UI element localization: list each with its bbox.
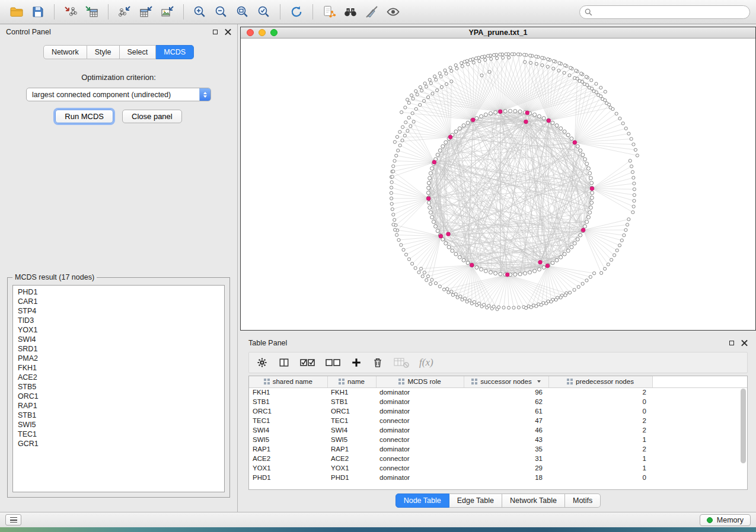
network-graph[interactable]	[241, 39, 755, 330]
table-cell: ACE2	[327, 454, 376, 463]
mcds-result-item[interactable]: TEC1	[13, 430, 224, 439]
window-zoom-button[interactable]	[270, 29, 277, 36]
show-graphics-button[interactable]	[382, 3, 404, 21]
float-table-panel-button[interactable]	[729, 341, 734, 345]
mcds-result-list[interactable]: PHD1CAR1STP4TID3YOX1SWI4SRD1PMA2FKH1ACE2…	[12, 285, 225, 492]
mcds-result-item[interactable]: ORC1	[13, 392, 224, 401]
table-scrollbar-thumb[interactable]	[741, 389, 746, 463]
desktop-background-sliver	[0, 527, 756, 532]
mcds-result-item[interactable]: STB5	[13, 382, 224, 392]
tab-edge-table[interactable]: Edge Table	[449, 493, 502, 508]
mcds-result-item[interactable]: TID3	[13, 316, 224, 325]
mcds-action-buttons: Run MCDS Close panel	[0, 110, 237, 123]
export-image-button[interactable]	[157, 3, 178, 21]
search-input[interactable]	[579, 5, 750, 19]
table-row[interactable]: SWI4SWI4dominator462	[249, 425, 747, 435]
export-table-button[interactable]	[135, 3, 157, 21]
tab-select[interactable]: Select	[120, 45, 157, 59]
table-settings-button[interactable]	[256, 356, 268, 369]
table-row[interactable]: FKH1FKH1dominator962	[249, 387, 747, 397]
column-header-shared-name[interactable]: shared name	[249, 376, 327, 387]
close-panel-button[interactable]	[225, 29, 231, 36]
mcds-result-item[interactable]: SWI4	[13, 335, 224, 344]
close-table-panel-button[interactable]	[741, 340, 748, 347]
table-row[interactable]: SWI5SWI5connector431	[249, 435, 747, 444]
status-menu-button[interactable]	[5, 514, 21, 525]
tab-network-table[interactable]: Network Table	[502, 493, 565, 508]
tab-mcds[interactable]: MCDS	[156, 45, 194, 59]
table-row[interactable]: RAP1RAP1dominator352	[249, 444, 747, 454]
mcds-result-item[interactable]: FKH1	[13, 363, 224, 373]
table-scrollbar[interactable]	[741, 389, 746, 487]
window-close-button[interactable]	[247, 29, 254, 36]
tab-style[interactable]: Style	[87, 45, 120, 59]
toolbar-separator	[54, 4, 55, 20]
mcds-result-group: MCDS result (17 nodes) PHD1CAR1STP4TID3Y…	[7, 277, 230, 498]
mcds-result-item[interactable]: GCR1	[13, 439, 224, 448]
mcds-result-item[interactable]: ACE2	[13, 373, 224, 382]
export-network-button[interactable]	[114, 3, 135, 21]
import-network-button[interactable]	[60, 3, 81, 21]
close-panel-action-button[interactable]: Close panel	[122, 110, 182, 123]
chevron-up-icon	[203, 92, 207, 94]
network-canvas[interactable]	[241, 39, 755, 330]
toolbar-separator	[312, 4, 313, 20]
table-row[interactable]: ORC1ORC1dominator610	[249, 406, 747, 416]
mcds-result-item[interactable]: SRD1	[13, 344, 224, 354]
add-column-button[interactable]	[351, 356, 362, 369]
mcds-result-item[interactable]: RAP1	[13, 401, 224, 411]
float-panel-button[interactable]	[213, 30, 218, 34]
table-cell: 2	[548, 387, 652, 397]
table-cell: STB1	[327, 397, 376, 406]
table-row[interactable]: STB1STB1dominator620	[249, 397, 747, 406]
table-row[interactable]: TEC1TEC1connector472	[249, 416, 747, 425]
style-button[interactable]	[361, 3, 382, 21]
table-cell: 61	[464, 406, 548, 416]
tab-node-table[interactable]: Node Table	[395, 493, 449, 508]
tab-network[interactable]: Network	[43, 45, 87, 59]
column-header-mcds-role[interactable]: MCDS role	[376, 376, 464, 387]
mcds-result-item[interactable]: YOX1	[13, 325, 224, 335]
open-file-button[interactable]	[6, 3, 27, 21]
column-header-predecessor-nodes[interactable]: predecessor nodes	[548, 376, 652, 387]
memory-button[interactable]: Memory	[700, 514, 751, 526]
document-share-icon	[322, 5, 336, 19]
find-button[interactable]	[340, 3, 361, 21]
show-columns-button[interactable]	[278, 356, 290, 369]
zoom-out-button[interactable]	[210, 3, 232, 21]
mcds-result-item[interactable]: PHD1	[13, 287, 224, 297]
zoom-selected-icon	[257, 5, 271, 19]
table-row[interactable]: ACE2ACE2connector311	[249, 454, 747, 463]
zoom-selected-button[interactable]	[253, 3, 275, 21]
mcds-result-item[interactable]: CAR1	[13, 297, 224, 306]
delete-column-button[interactable]	[372, 356, 384, 369]
delete-table-button-disabled[interactable]	[394, 356, 409, 369]
import-table-button[interactable]	[81, 3, 103, 21]
table-row[interactable]: PHD1PHD1dominator180	[249, 473, 747, 482]
mcds-result-item[interactable]: STB1	[13, 411, 224, 420]
table-row[interactable]: YOX1YOX1connector291	[249, 463, 747, 473]
delete-table-icon	[394, 357, 409, 368]
zoom-in-button[interactable]	[189, 3, 210, 21]
deselect-all-button[interactable]	[326, 356, 341, 369]
mcds-result-item[interactable]: SWI5	[13, 420, 224, 430]
table-cell: TEC1	[249, 416, 327, 425]
table-cell: RAP1	[327, 444, 376, 454]
refresh-button[interactable]	[286, 3, 307, 21]
window-minimize-button[interactable]	[259, 29, 266, 36]
criterion-select[interactable]: largest connected component (undirected)	[26, 88, 211, 101]
column-header-successor-nodes[interactable]: successor nodes	[464, 376, 548, 387]
save-button[interactable]	[27, 3, 49, 21]
function-builder-button[interactable]: f(x)	[419, 356, 433, 369]
zoom-fit-button[interactable]	[232, 3, 253, 21]
tab-motifs[interactable]: Motifs	[565, 493, 601, 508]
mcds-result-item[interactable]: PMA2	[13, 354, 224, 363]
copy-network-button[interactable]	[318, 3, 340, 21]
column-header-name[interactable]: name	[327, 376, 376, 387]
memory-status-dot-icon	[707, 517, 713, 523]
table-cell: ACE2	[249, 454, 327, 463]
mcds-result-item[interactable]: STP4	[13, 306, 224, 316]
run-mcds-button[interactable]: Run MCDS	[55, 110, 113, 123]
table-panel-header: Table Panel	[240, 335, 756, 351]
select-all-button[interactable]	[300, 356, 315, 369]
